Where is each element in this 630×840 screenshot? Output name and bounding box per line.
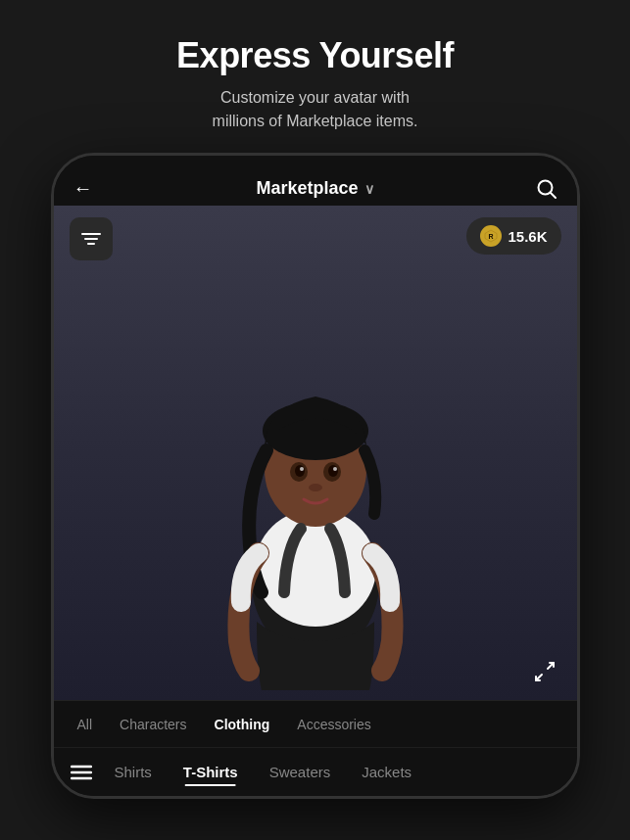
sub-filter-button[interactable]: [64, 755, 99, 790]
search-button[interactable]: [526, 178, 557, 200]
back-button[interactable]: ←: [73, 177, 105, 200]
subtab-shirts[interactable]: Shirts: [99, 754, 168, 790]
filter-button[interactable]: [70, 217, 113, 260]
app-header: ← Marketplace ∨: [54, 169, 577, 206]
marketplace-title[interactable]: Marketplace ∨: [256, 178, 373, 199]
avatar-image: [169, 279, 462, 700]
svg-line-1: [550, 192, 556, 198]
hero-subtitle: Customize your avatar withmillions of Ma…: [176, 86, 454, 133]
svg-point-14: [295, 465, 305, 477]
category-tabs: All Characters Clothing Accessories: [54, 700, 577, 747]
svg-point-17: [333, 467, 337, 471]
currency-amount: 15.6K: [508, 228, 547, 245]
svg-point-15: [328, 465, 338, 477]
sub-filter-icon: [71, 765, 92, 780]
title-text: Marketplace: [256, 178, 358, 199]
svg-point-18: [309, 484, 322, 491]
compress-button[interactable]: [528, 655, 561, 688]
phone-frame: ← Marketplace ∨ R: [51, 153, 580, 799]
filter-icon: [81, 231, 101, 247]
subcategory-bar: Shirts T-Shirts Sweaters Jackets: [54, 747, 577, 796]
hero-section: Express Yourself Customize your avatar w…: [137, 0, 493, 153]
currency-badge[interactable]: R 15.6K: [466, 217, 560, 255]
chevron-down-icon: ∨: [364, 181, 374, 197]
tab-characters[interactable]: Characters: [106, 707, 200, 742]
subtab-jackets[interactable]: Jackets: [346, 754, 427, 790]
svg-point-16: [300, 467, 304, 471]
search-icon: [536, 178, 557, 200]
tab-all[interactable]: All: [64, 707, 107, 742]
tab-accessories[interactable]: Accessories: [283, 707, 384, 742]
hero-title: Express Yourself: [176, 35, 454, 76]
avatar-area: R 15.6K: [54, 206, 577, 700]
subtab-tshirts[interactable]: T-Shirts: [168, 754, 254, 790]
robux-logo-icon: R: [484, 229, 498, 243]
avatar-container: [169, 279, 462, 700]
svg-text:R: R: [489, 233, 494, 240]
tab-clothing[interactable]: Clothing: [201, 707, 284, 742]
status-bar: [54, 156, 577, 169]
robux-icon: R: [480, 225, 502, 247]
compress-icon: [533, 660, 557, 683]
subtab-sweaters[interactable]: Sweaters: [254, 754, 347, 790]
